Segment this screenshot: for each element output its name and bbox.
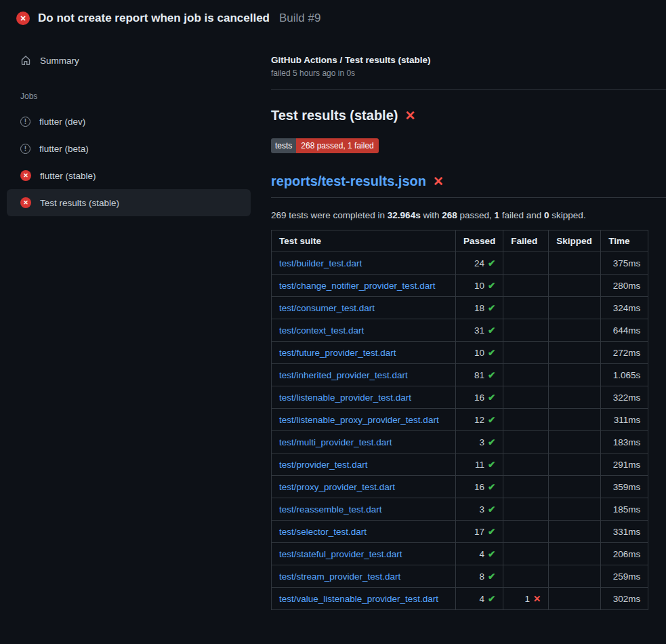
sidebar-item-label: Test results (stable) (40, 198, 119, 208)
failed-cell (503, 409, 549, 431)
skipped-cell (549, 476, 601, 498)
table-row: test/listenable_provider_test.dart16✔322… (272, 386, 648, 409)
time-cell: 280ms (601, 275, 648, 297)
test-suite-link[interactable]: test/inherited_provider_test.dart (279, 370, 408, 380)
test-suite-link[interactable]: test/listenable_proxy_provider_test.dart (279, 415, 439, 425)
passed-cell: 31✔ (456, 319, 503, 342)
failed-cell (503, 565, 549, 588)
skipped-cell (549, 386, 601, 409)
skipped-cell (549, 588, 601, 610)
col-header-skipped: Skipped (549, 230, 601, 252)
run-status-line: failed 5 hours ago in 0s (271, 68, 666, 78)
summary-passed-count: 268 (442, 210, 457, 220)
sidebar-item-flutter-beta[interactable]: ! flutter (beta) (7, 135, 251, 162)
sidebar-item-label: flutter (beta) (39, 144, 89, 154)
test-suite-cell: test/context_test.dart (272, 319, 456, 342)
passed-count: 11 (475, 460, 484, 470)
table-row: test/consumer_test.dart18✔324ms (272, 297, 648, 319)
test-suite-link[interactable]: test/selector_test.dart (279, 527, 367, 537)
passed-cell: 16✔ (456, 476, 503, 498)
passed-count: 3 (479, 504, 484, 515)
col-header-test-suite: Test suite (272, 230, 456, 252)
time-cell: 185ms (601, 498, 648, 521)
test-suite-link[interactable]: test/proxy_provider_test.dart (279, 482, 395, 492)
check-icon: ✔ (488, 415, 495, 425)
passed-cell: 3✔ (456, 431, 503, 454)
test-suite-link[interactable]: test/context_test.dart (279, 325, 364, 336)
check-icon: ✔ (488, 303, 495, 313)
table-row: test/builder_test.dart24✔375ms (272, 252, 648, 275)
skipped-cell (549, 252, 601, 275)
test-suite-cell: test/provider_test.dart (272, 454, 456, 476)
check-icon: ✔ (488, 571, 495, 582)
sidebar-item-flutter-dev[interactable]: ! flutter (dev) (7, 108, 251, 135)
test-suite-link[interactable]: test/value_listenable_provider_test.dart (279, 594, 438, 604)
col-header-time: Time (601, 230, 648, 252)
job-neutral-icon: ! (20, 144, 30, 154)
passed-cell: 3✔ (456, 498, 503, 521)
summary-text: failed and (499, 210, 544, 220)
failed-cell (503, 342, 549, 364)
test-suite-link[interactable]: test/stateful_provider_test.dart (279, 549, 402, 559)
test-suite-link[interactable]: test/change_notifier_provider_test.dart (279, 281, 435, 291)
passed-cell: 11✔ (456, 454, 503, 476)
check-icon: ✔ (488, 393, 495, 403)
test-suite-link[interactable]: test/future_provider_test.dart (279, 348, 396, 358)
passed-count: 81 (474, 370, 484, 380)
passed-count: 10 (474, 281, 484, 291)
job-failed-icon: ✕ (20, 197, 31, 208)
skipped-cell (549, 498, 601, 521)
failed-cell (503, 275, 549, 297)
test-suite-cell: test/proxy_provider_test.dart (272, 476, 456, 498)
col-header-passed: Passed (456, 230, 503, 252)
test-suite-link[interactable]: test/stream_provider_test.dart (279, 571, 400, 582)
job-failed-icon: ✕ (20, 170, 31, 181)
table-header-row: Test suite Passed Failed Skipped Time (272, 230, 648, 252)
page-title: Do not create report when job is cancell… (38, 12, 270, 25)
test-summary-line: 269 tests were completed in 32.964s with… (271, 210, 666, 220)
time-cell: 206ms (601, 543, 648, 565)
job-neutral-icon: ! (20, 117, 30, 127)
passed-cell: 17✔ (456, 521, 503, 543)
report-file-link[interactable]: reports/test-results.json (271, 174, 426, 189)
sidebar-item-label: flutter (dev) (39, 117, 85, 127)
time-cell: 291ms (601, 454, 648, 476)
time-cell: 1.065s (601, 364, 648, 386)
main-content: GitHub Actions / Test results (stable) f… (257, 35, 666, 610)
report-heading-row: reports/test-results.json ✕ (271, 174, 666, 198)
test-suite-link[interactable]: test/consumer_test.dart (279, 303, 375, 313)
passed-cell: 18✔ (456, 297, 503, 319)
failed-cell (503, 319, 549, 342)
failed-cell (503, 364, 549, 386)
time-cell: 183ms (601, 431, 648, 454)
test-suite-link[interactable]: test/multi_provider_test.dart (279, 437, 392, 447)
skipped-cell (549, 342, 601, 364)
passed-count: 17 (474, 527, 484, 537)
test-suite-cell: test/change_notifier_provider_test.dart (272, 275, 456, 297)
table-row: test/context_test.dart31✔644ms (272, 319, 648, 342)
sidebar-item-flutter-stable[interactable]: ✕ flutter (stable) (7, 162, 251, 189)
test-suite-link[interactable]: test/builder_test.dart (279, 258, 362, 268)
test-suite-link[interactable]: test/listenable_provider_test.dart (279, 393, 411, 403)
passed-count: 16 (474, 482, 484, 492)
divider (271, 89, 666, 90)
failed-cell (503, 252, 549, 275)
time-cell: 644ms (601, 319, 648, 342)
home-icon (20, 55, 31, 66)
failed-x-icon: ✕ (433, 174, 444, 189)
test-suite-link[interactable]: test/provider_test.dart (279, 460, 368, 470)
run-header: ✕ Do not create report when job is cance… (0, 0, 666, 35)
failed-cell: 1✕ (503, 588, 549, 610)
failed-cell (503, 297, 549, 319)
test-suite-cell: test/stateful_provider_test.dart (272, 543, 456, 565)
sidebar-item-summary[interactable]: Summary (7, 47, 251, 74)
skipped-cell (549, 454, 601, 476)
failed-cell (503, 386, 549, 409)
passed-count: 4 (479, 549, 484, 559)
summary-text: passed, (457, 210, 495, 220)
time-cell: 324ms (601, 297, 648, 319)
table-row: test/provider_test.dart11✔291ms (272, 454, 648, 476)
test-suite-link[interactable]: test/reassemble_test.dart (279, 504, 382, 515)
sidebar-item-test-results-stable[interactable]: ✕ Test results (stable) (7, 189, 251, 216)
check-icon: ✔ (488, 504, 495, 515)
